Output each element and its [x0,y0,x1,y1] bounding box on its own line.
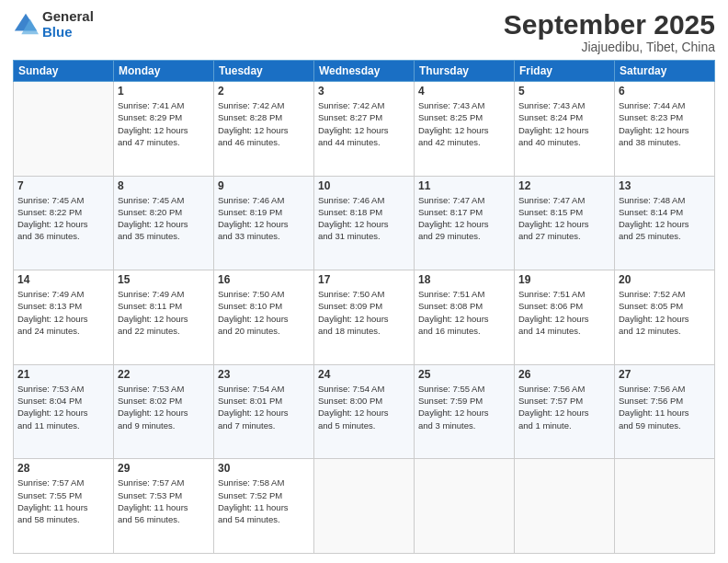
weekday-header-monday: Monday [114,61,214,82]
calendar-cell: 11Sunrise: 7:47 AM Sunset: 8:17 PM Dayli… [415,176,515,270]
weekday-header-thursday: Thursday [415,61,515,82]
day-info: Sunrise: 7:51 AM Sunset: 8:06 PM Dayligh… [518,288,610,337]
day-number: 12 [518,179,610,192]
week-row-2: 7Sunrise: 7:45 AM Sunset: 8:22 PM Daylig… [14,176,715,270]
page: General Blue September 2025 Jiajuedibu, … [0,0,728,563]
day-number: 1 [118,85,210,98]
calendar-cell: 12Sunrise: 7:47 AM Sunset: 8:15 PM Dayli… [515,176,615,270]
calendar-cell: 5Sunrise: 7:43 AM Sunset: 8:24 PM Daylig… [515,82,615,177]
weekday-header-wednesday: Wednesday [314,61,415,82]
calendar-cell: 1Sunrise: 7:41 AM Sunset: 8:29 PM Daylig… [114,82,214,177]
day-info: Sunrise: 7:43 AM Sunset: 8:25 PM Dayligh… [418,99,510,148]
day-number: 11 [418,179,510,192]
calendar-cell: 25Sunrise: 7:55 AM Sunset: 7:59 PM Dayli… [415,364,515,459]
day-number: 28 [17,462,109,475]
calendar-cell: 22Sunrise: 7:53 AM Sunset: 8:02 PM Dayli… [114,364,214,459]
day-number: 16 [218,273,310,286]
day-info: Sunrise: 7:53 AM Sunset: 8:02 PM Dayligh… [118,383,210,431]
weekday-header-row: SundayMondayTuesdayWednesdayThursdayFrid… [14,61,715,82]
day-info: Sunrise: 7:57 AM Sunset: 7:53 PM Dayligh… [118,477,210,525]
weekday-header-saturday: Saturday [615,61,715,82]
week-row-5: 28Sunrise: 7:57 AM Sunset: 7:55 PM Dayli… [14,459,715,554]
day-info: Sunrise: 7:50 AM Sunset: 8:09 PM Dayligh… [318,288,410,337]
weekday-header-friday: Friday [515,61,615,82]
calendar-cell: 2Sunrise: 7:42 AM Sunset: 8:28 PM Daylig… [214,82,314,177]
calendar-cell: 23Sunrise: 7:54 AM Sunset: 8:01 PM Dayli… [214,364,314,459]
calendar-cell: 29Sunrise: 7:57 AM Sunset: 7:53 PM Dayli… [114,459,214,554]
day-info: Sunrise: 7:52 AM Sunset: 8:05 PM Dayligh… [619,288,711,337]
day-info: Sunrise: 7:43 AM Sunset: 8:24 PM Dayligh… [518,99,610,148]
calendar-cell [615,459,715,554]
day-info: Sunrise: 7:54 AM Sunset: 8:01 PM Dayligh… [218,383,310,431]
day-info: Sunrise: 7:53 AM Sunset: 8:04 PM Dayligh… [17,383,109,431]
day-number: 21 [17,368,109,381]
calendar-cell: 4Sunrise: 7:43 AM Sunset: 8:25 PM Daylig… [415,82,515,177]
day-number: 25 [418,368,510,381]
day-info: Sunrise: 7:55 AM Sunset: 7:59 PM Dayligh… [418,383,510,431]
day-info: Sunrise: 7:42 AM Sunset: 8:28 PM Dayligh… [218,99,310,148]
calendar-cell [415,459,515,554]
day-info: Sunrise: 7:56 AM Sunset: 7:57 PM Dayligh… [518,383,610,431]
calendar-cell: 15Sunrise: 7:49 AM Sunset: 8:11 PM Dayli… [114,270,214,365]
day-info: Sunrise: 7:46 AM Sunset: 8:18 PM Dayligh… [318,194,410,243]
day-info: Sunrise: 7:42 AM Sunset: 8:27 PM Dayligh… [318,99,410,148]
calendar-cell: 9Sunrise: 7:46 AM Sunset: 8:19 PM Daylig… [214,176,314,270]
day-info: Sunrise: 7:44 AM Sunset: 8:23 PM Dayligh… [619,99,711,148]
day-number: 7 [17,179,109,192]
day-number: 29 [118,462,210,475]
day-info: Sunrise: 7:45 AM Sunset: 8:22 PM Dayligh… [17,194,109,243]
day-number: 22 [118,368,210,381]
calendar-cell: 10Sunrise: 7:46 AM Sunset: 8:18 PM Dayli… [314,176,415,270]
day-number: 17 [318,273,410,286]
week-row-3: 14Sunrise: 7:49 AM Sunset: 8:13 PM Dayli… [14,270,715,365]
day-number: 20 [619,273,711,286]
calendar-cell: 3Sunrise: 7:42 AM Sunset: 8:27 PM Daylig… [314,82,415,177]
day-number: 19 [518,273,610,286]
calendar-cell: 21Sunrise: 7:53 AM Sunset: 8:04 PM Dayli… [14,364,114,459]
day-info: Sunrise: 7:57 AM Sunset: 7:55 PM Dayligh… [17,477,109,525]
day-info: Sunrise: 7:47 AM Sunset: 8:17 PM Dayligh… [418,194,510,243]
header: General Blue September 2025 Jiajuedibu, … [13,9,715,54]
day-info: Sunrise: 7:47 AM Sunset: 8:15 PM Dayligh… [518,194,610,243]
day-info: Sunrise: 7:45 AM Sunset: 8:20 PM Dayligh… [118,194,210,243]
calendar-cell: 18Sunrise: 7:51 AM Sunset: 8:08 PM Dayli… [415,270,515,365]
day-number: 4 [418,85,510,98]
logo-icon [13,12,39,38]
calendar: SundayMondayTuesdayWednesdayThursdayFrid… [13,60,715,554]
calendar-cell [14,82,114,177]
location-subtitle: Jiajuedibu, Tibet, China [504,40,715,54]
day-number: 8 [118,179,210,192]
day-info: Sunrise: 7:56 AM Sunset: 7:56 PM Dayligh… [619,383,711,431]
day-number: 30 [218,462,310,475]
day-info: Sunrise: 7:51 AM Sunset: 8:08 PM Dayligh… [418,288,510,337]
day-number: 6 [619,85,711,98]
calendar-cell: 24Sunrise: 7:54 AM Sunset: 8:00 PM Dayli… [314,364,415,459]
weekday-header-sunday: Sunday [14,61,114,82]
week-row-4: 21Sunrise: 7:53 AM Sunset: 8:04 PM Dayli… [14,364,715,459]
day-info: Sunrise: 7:50 AM Sunset: 8:10 PM Dayligh… [218,288,310,337]
calendar-cell: 20Sunrise: 7:52 AM Sunset: 8:05 PM Dayli… [615,270,715,365]
calendar-cell: 27Sunrise: 7:56 AM Sunset: 7:56 PM Dayli… [615,364,715,459]
day-info: Sunrise: 7:49 AM Sunset: 8:13 PM Dayligh… [17,288,109,337]
calendar-cell: 30Sunrise: 7:58 AM Sunset: 7:52 PM Dayli… [214,459,314,554]
day-info: Sunrise: 7:48 AM Sunset: 8:14 PM Dayligh… [619,194,711,243]
logo-blue: Blue [42,25,94,40]
day-number: 15 [118,273,210,286]
day-number: 27 [619,368,711,381]
day-number: 10 [318,179,410,192]
day-number: 13 [619,179,711,192]
day-number: 3 [318,85,410,98]
month-title: September 2025 [504,9,715,40]
title-block: September 2025 Jiajuedibu, Tibet, China [504,9,715,54]
calendar-cell: 28Sunrise: 7:57 AM Sunset: 7:55 PM Dayli… [14,459,114,554]
logo-general: General [42,9,94,25]
calendar-cell: 19Sunrise: 7:51 AM Sunset: 8:06 PM Dayli… [515,270,615,365]
logo-text: General Blue [42,9,94,40]
day-number: 5 [518,85,610,98]
day-number: 24 [318,368,410,381]
day-info: Sunrise: 7:41 AM Sunset: 8:29 PM Dayligh… [118,99,210,148]
calendar-cell: 13Sunrise: 7:48 AM Sunset: 8:14 PM Dayli… [615,176,715,270]
logo: General Blue [13,9,94,40]
day-info: Sunrise: 7:54 AM Sunset: 8:00 PM Dayligh… [318,383,410,431]
calendar-cell: 16Sunrise: 7:50 AM Sunset: 8:10 PM Dayli… [214,270,314,365]
